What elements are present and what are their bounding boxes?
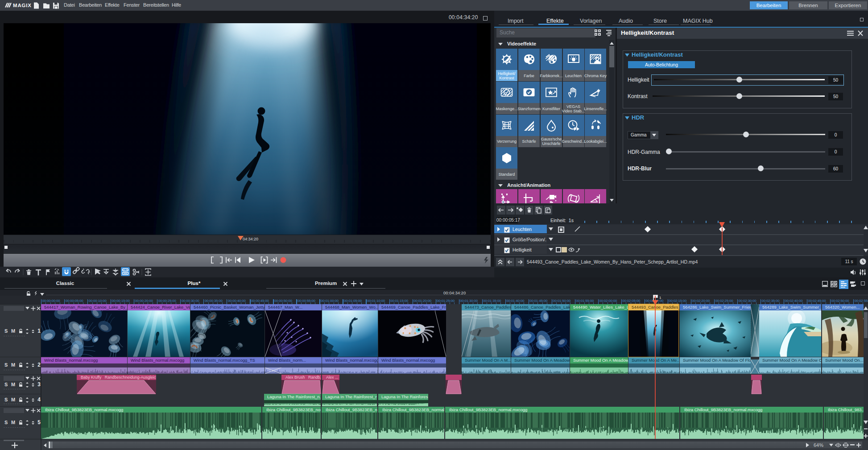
svg-text:1: 1 xyxy=(659,296,661,300)
svg-text:04:34:20: 04:34:20 xyxy=(243,237,258,241)
